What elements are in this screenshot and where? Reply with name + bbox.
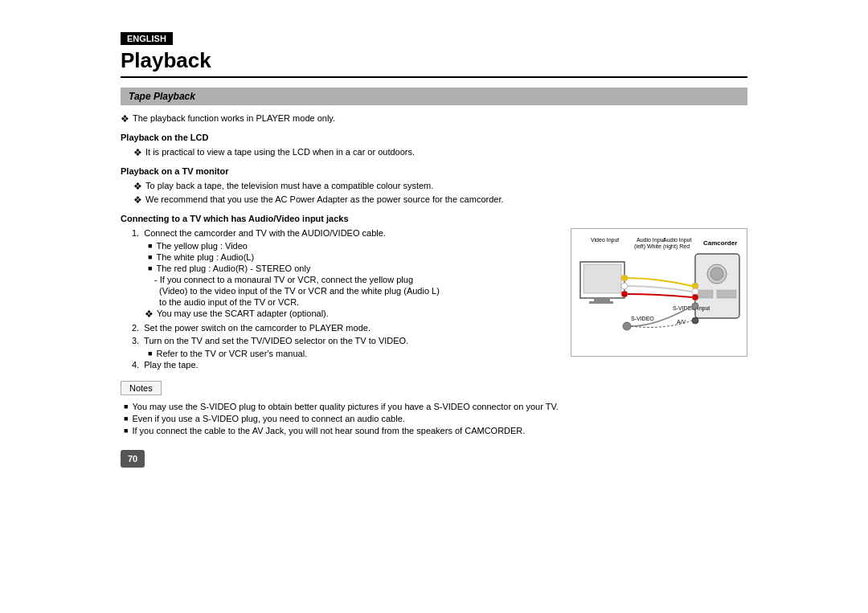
tv-bullet-1: ❖ To play back a tape, the television mu… [133,181,747,192]
notes-bullet-1: You may use the S-VIDEO plug to obtain b… [124,402,747,411]
svg-text:S-VIDEO: S-VIDEO [631,316,654,321]
diamond-icon: ❖ [133,194,142,206]
diagram-svg: Video Input Audio Input (left) White Aud… [576,234,743,354]
step-3-bullets: Refer to the TV or VCR user's manual. [148,349,555,358]
page-container: ENGLISH Playback Tape Playback ❖ The pla… [104,0,764,500]
notes-box: Notes [121,381,162,395]
svg-point-17 [621,275,628,281]
svg-point-26 [692,303,698,309]
svg-point-25 [623,322,631,330]
lcd-bullet: ❖ It is practical to view a tape using t… [133,147,747,158]
step-3: 3. Turn on the TV and set the TV/VIDEO s… [132,336,555,345]
step-2: 2. Set the power switch on the camcorder… [132,323,555,333]
tv-bullet-2: ❖ We recommend that you use the AC Power… [133,194,747,206]
scart-text: You may use the SCART adapter (optional)… [157,309,329,318]
top-bullet-text: The playback function works in PLAYER mo… [133,113,335,123]
notes-bullet-3: If you connect the cable to the AV Jack,… [124,426,747,435]
notes-bullet-2: Even if you use a S-VIDEO plug, you need… [124,414,747,423]
step-1: 1. Connect the camcorder and TV with the… [132,228,555,238]
svg-point-22 [692,294,698,300]
svg-text:Camcorder: Camcorder [703,239,737,247]
tv-bullet-2-text: We recommend that you use the AC Power A… [145,194,504,204]
step-1-bullet-3: The red plug : Audio(R) - STEREO only [148,264,555,273]
tv-bullet-1-text: To play back a tape, the television must… [145,181,433,190]
step-3-bullet-1: Refer to the TV or VCR user's manual. [148,349,555,358]
top-bullet: ❖ The playback function works in PLAYER … [121,113,747,125]
dash-item-1: - If you connect to a monaural TV or VCR… [154,275,555,284]
svg-text:Video Input: Video Input [591,237,619,243]
step-1-num: 1. Connect the camcorder and TV with the… [132,228,386,238]
step-4: 4. Play the tape. [132,360,555,370]
svg-text:Audio Input: Audio Input [637,237,665,243]
step-1-bullets: The yellow plug : Video The white plug :… [148,241,555,273]
connection-diagram: Video Input Audio Input (left) White Aud… [571,228,747,357]
numbered-list: 1. Connect the camcorder and TV with the… [132,228,555,370]
svg-rect-9 [583,264,621,293]
connecting-text: 1. Connect the camcorder and TV with the… [121,228,555,374]
lcd-subsection-title: Playback on the LCD [121,133,747,142]
svg-rect-15 [698,290,713,298]
notes-bullets: You may use the S-VIDEO plug to obtain b… [124,402,747,435]
section-header: Tape Playback [121,88,747,105]
connecting-subsection-title: Connecting to a TV which has Audio/Video… [121,214,747,223]
step-1-bullet-1: The yellow plug : Video [148,241,555,251]
svg-text:A/V: A/V [677,319,686,325]
dash-item-3: to the audio input of the TV or VCR. [154,297,555,307]
page-number: 70 [121,450,145,468]
tv-subsection-title: Playback on a TV monitor [121,166,747,176]
svg-point-28 [692,317,698,324]
svg-text:Audio Input: Audio Input [663,237,691,243]
diamond-icon: ❖ [145,309,154,320]
step-1-bullet-2: The white plug : Audio(L) [148,252,555,262]
diamond-icon: ❖ [133,181,142,192]
diamond-icon: ❖ [133,147,142,158]
page-title: Playback [121,48,747,78]
scart-bullet: ❖ You may use the SCART adapter (optiona… [145,309,555,320]
svg-rect-16 [717,290,736,298]
svg-point-21 [621,291,628,297]
svg-text:(left) White: (left) White [634,243,661,250]
connecting-section: 1. Connect the camcorder and TV with the… [121,228,747,374]
english-badge: ENGLISH [121,32,173,45]
svg-point-19 [621,283,628,289]
svg-point-14 [710,268,723,280]
dash-item-2: (Video) to the video input of the TV or … [154,286,555,296]
tv-subsection-content: ❖ To play back a tape, the television mu… [133,181,747,206]
lcd-subsection-content: ❖ It is practical to view a tape using t… [133,147,747,158]
svg-text:(right) Red: (right) Red [663,243,690,250]
lcd-bullet-text: It is practical to view a tape using the… [145,147,415,157]
diamond-icon: ❖ [121,113,129,125]
svg-rect-11 [589,301,613,304]
